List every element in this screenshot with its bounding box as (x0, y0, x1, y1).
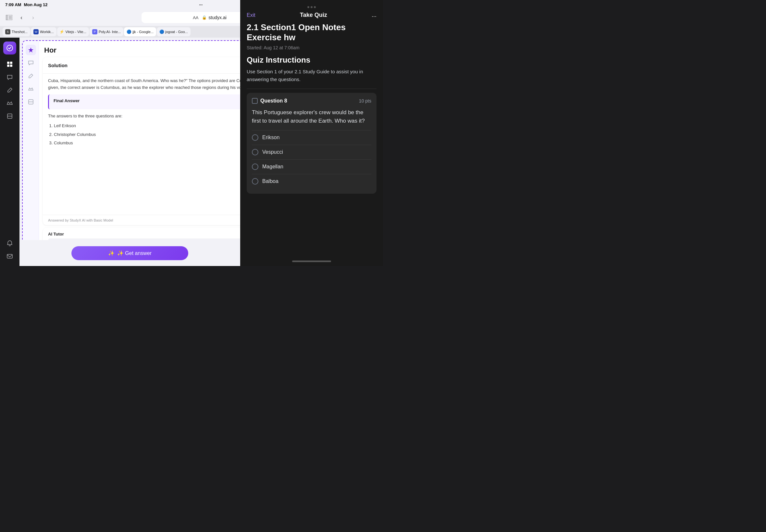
get-answer-icon: ✨ (108, 250, 115, 256)
svg-point-5 (7, 45, 13, 51)
inner-icon-edit[interactable] (26, 71, 36, 81)
answer-option-balboa[interactable]: Balboa (252, 174, 371, 188)
quiz-dot-3 (314, 6, 316, 8)
quiz-content: 2.1 Section1 Open Notes Exercise hw Star… (240, 22, 383, 257)
quiz-dots-bar (240, 0, 383, 12)
answer-label-magellan: Magellan (262, 164, 283, 170)
tab-favicon-polyai: P (92, 29, 97, 34)
question-points: 10 pts (359, 98, 371, 103)
quiz-indicator-pill (292, 260, 331, 262)
question-checkbox (252, 98, 258, 104)
forward-button[interactable]: › (29, 13, 38, 22)
get-answer-button[interactable]: ✨ ✨ Get answer (71, 246, 188, 260)
app-logo (3, 42, 16, 54)
url-text: studyx.ai (209, 15, 226, 20)
tab-label-vitejs: Vitejs - Vite... (66, 30, 86, 34)
tab-vitejs[interactable]: ⚡ Vitejs - Vite... (57, 27, 89, 36)
status-date: Mon Aug 12 (24, 2, 47, 7)
sidebar-icon-chat[interactable] (4, 71, 16, 83)
svg-rect-7 (10, 62, 12, 64)
answer-option-magellan[interactable]: Magellan (252, 159, 371, 174)
tab-favicon-vitejs: ⚡ (60, 30, 64, 34)
quiz-assignment-title: 2.1 Section1 Open Notes Exercise hw (247, 22, 376, 42)
tab-jogoat[interactable]: 🔵 jogoat - Goo... (157, 27, 190, 36)
quiz-panel: Exit Take Quiz ... 2.1 Section1 Open Not… (240, 0, 383, 266)
radio-vespucci (252, 149, 258, 155)
tab-polyai[interactable]: P Poly.AI- Inte... (90, 27, 123, 36)
status-bar-left: 7:09 AM Mon Aug 12 (5, 2, 48, 7)
answer-label-vespucci: Vespucci (262, 149, 283, 155)
quiz-instructions-text: Use Section 1 of your 2.1 Study Guide to… (247, 68, 376, 83)
status-time: 7:09 AM (5, 2, 21, 7)
svg-rect-8 (7, 65, 9, 67)
sidebar-icon-notification[interactable] (4, 237, 16, 249)
tab-label-polyai: Poly.AI- Inte... (99, 30, 121, 34)
svg-rect-9 (10, 65, 12, 67)
question-card: Question 8 10 pts This Portuguese explor… (247, 93, 376, 194)
tab-workik[interactable]: W Workik... (31, 27, 56, 36)
inner-icon-scan[interactable] (26, 97, 36, 107)
answered-by-text: Answered by StudyX AI with Basic Model (48, 218, 113, 222)
back-button[interactable]: ‹ (17, 13, 26, 22)
tab-favicon-jjk: 🔵 (127, 30, 131, 34)
question-label-row: Question 8 (252, 98, 287, 104)
svg-rect-0 (6, 15, 8, 20)
svg-rect-6 (7, 62, 9, 64)
quiz-instructions-title: Quiz Instructions (247, 55, 376, 65)
solution-title-label: Solution (48, 63, 67, 68)
tab-favicon-workik: W (33, 29, 39, 34)
question-label: Question 8 (260, 98, 287, 104)
question-text: This Portuguese explorer's crew would be… (252, 108, 371, 125)
quiz-bottom-indicator (240, 257, 383, 266)
quiz-title: Take Quiz (300, 12, 327, 18)
quiz-exit-button[interactable]: Exit (247, 12, 255, 18)
tab-favicon-jogoat: 🔵 (159, 30, 164, 34)
answer-option-vespucci[interactable]: Vespucci (252, 145, 371, 159)
sidebar-icon-scan[interactable] (4, 110, 16, 122)
tab-favicon-theshot: 5 (5, 29, 10, 34)
sidebar-icon-inbox[interactable] (4, 250, 16, 262)
sidebar-toggle-button[interactable] (4, 13, 14, 22)
tab-label-workik: Workik... (40, 30, 54, 34)
inner-icon-sparkle[interactable] (26, 45, 36, 55)
tab-theshot[interactable]: 5 Theshot... (3, 27, 30, 36)
answer-label-erikson: Erikson (262, 135, 279, 140)
quiz-dot-1 (307, 6, 309, 8)
quiz-started-text: Started: Aug 12 at 7:06am (247, 45, 376, 50)
inner-icon-chat[interactable] (26, 58, 36, 68)
sidebar-icon-pencil[interactable] (4, 84, 16, 96)
app-sidebar (0, 38, 19, 266)
tab-jjk[interactable]: 🔵 jjk - Google... (124, 27, 156, 36)
get-answer-label: ✨ Get answer (117, 250, 152, 256)
status-dots: ··· (199, 2, 203, 7)
get-answer-bar: ✨ ✨ Get answer (19, 240, 240, 266)
answer-option-erikson[interactable]: Erikson (252, 130, 371, 145)
inner-icon-crown[interactable] (26, 84, 36, 94)
quiz-header: Exit Take Quiz ... (240, 12, 383, 22)
tab-label-jjk: jjk - Google... (132, 30, 153, 34)
answer-label-balboa: Balboa (262, 178, 278, 184)
sidebar-icon-crown[interactable] (4, 97, 16, 109)
tab-label-theshot: Theshot... (12, 30, 28, 34)
radio-balboa (252, 178, 258, 185)
svg-rect-12 (7, 254, 12, 258)
question-header: Question 8 10 pts (252, 98, 371, 104)
quiz-divider (247, 89, 376, 89)
quiz-dot-2 (310, 6, 312, 8)
sidebar-icon-home[interactable] (4, 58, 16, 70)
tab-label-jogoat: jogoat - Goo... (165, 30, 188, 34)
studyx-inner-sidebar (23, 41, 39, 263)
lock-icon: 🔒 (202, 15, 207, 20)
radio-magellan (252, 163, 258, 170)
radio-erikson (252, 134, 258, 141)
aa-label: AA (193, 15, 198, 20)
status-bar-center: ··· (199, 2, 203, 7)
quiz-more-button[interactable]: ... (371, 12, 376, 18)
